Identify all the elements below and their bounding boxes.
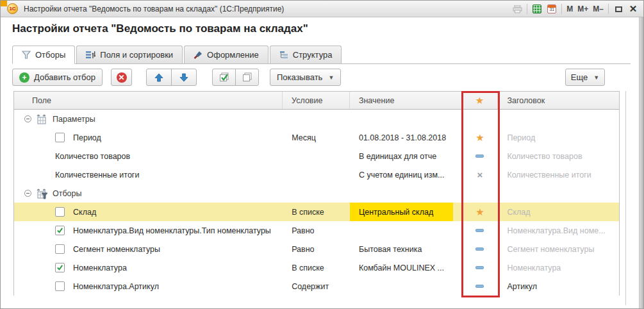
condition-cell[interactable]: Равно bbox=[283, 240, 350, 258]
title-cell[interactable]: Количество товаров bbox=[498, 147, 619, 165]
condition-cell[interactable] bbox=[283, 165, 350, 184]
move-up-button[interactable] bbox=[146, 69, 172, 86]
field-cell[interactable]: Количественные итоги bbox=[14, 165, 283, 184]
table-row[interactable]: СкладВ спискеЦентральный склад★Склад bbox=[14, 203, 619, 221]
group-row[interactable]: Отборы bbox=[14, 184, 619, 203]
condition-cell[interactable]: В списке bbox=[283, 203, 350, 221]
table-row[interactable]: Количество товаровВ единицах для отчеКол… bbox=[14, 147, 619, 165]
checkbox-checked[interactable] bbox=[55, 226, 65, 235]
dash-flag-icon[interactable] bbox=[475, 247, 484, 251]
memory-button[interactable]: M bbox=[566, 4, 573, 13]
flag-cell[interactable]: ★ bbox=[462, 128, 499, 147]
title-cell[interactable] bbox=[498, 184, 619, 203]
value-cell[interactable]: 01.08.2018 - 31.08.2018 bbox=[350, 128, 462, 147]
column-header-flag[interactable]: ★ bbox=[462, 92, 499, 109]
tab-polya-i-sortirovki[interactable]: Поля и сортировки bbox=[76, 46, 183, 63]
value-cell[interactable]: Центральный склад bbox=[350, 203, 462, 221]
condition-cell[interactable]: Содержит bbox=[283, 277, 350, 296]
flag-cell[interactable] bbox=[462, 258, 499, 277]
value-cell[interactable] bbox=[350, 110, 462, 128]
tab-otbory[interactable]: Отборы bbox=[12, 46, 75, 64]
flag-cell[interactable] bbox=[462, 147, 499, 165]
value-cell[interactable] bbox=[350, 221, 462, 240]
value-cell[interactable]: Комбайн MOULINEX ... bbox=[350, 258, 462, 277]
title-cell[interactable] bbox=[498, 110, 619, 128]
condition-cell[interactable] bbox=[283, 110, 350, 128]
add-filter-button[interactable]: + Добавить отбор bbox=[12, 69, 103, 86]
dash-flag-icon[interactable] bbox=[475, 285, 484, 288]
memory-plus-button[interactable]: M+ bbox=[577, 4, 588, 13]
memory-minus-button[interactable]: M– bbox=[593, 4, 604, 13]
column-header-title[interactable]: Заголовок bbox=[498, 92, 619, 109]
table-row[interactable]: ПериодМесяц01.08.2018 - 31.08.2018★Перио… bbox=[14, 128, 619, 147]
flag-cell[interactable]: ★ bbox=[462, 203, 499, 221]
value-cell[interactable] bbox=[350, 184, 462, 203]
printer-icon[interactable] bbox=[512, 4, 522, 14]
title-cell[interactable]: Номенклатура.Вид номе... bbox=[498, 221, 619, 240]
value-cell[interactable]: Бытовая техника bbox=[350, 240, 462, 258]
tab-oformlenie[interactable]: Оформление bbox=[184, 46, 268, 63]
title-cell[interactable]: Номенклатура bbox=[498, 258, 619, 277]
title-cell[interactable]: Сегмент номенклатуры bbox=[498, 240, 619, 258]
collapse-icon[interactable] bbox=[24, 190, 31, 197]
table-row[interactable]: Количественные итогиС учетом единиц изм.… bbox=[14, 165, 619, 184]
value-cell[interactable]: В единицах для отче bbox=[350, 147, 462, 165]
uncheck-all-button[interactable] bbox=[235, 69, 259, 86]
column-header-condition[interactable]: Условие bbox=[283, 92, 350, 109]
title-cell[interactable]: Артикул bbox=[498, 277, 619, 296]
field-cell[interactable]: Параметры bbox=[14, 110, 283, 128]
checkbox-unchecked[interactable] bbox=[55, 244, 65, 254]
close-button[interactable]: ✕ bbox=[628, 3, 638, 15]
dash-flag-icon[interactable] bbox=[475, 154, 484, 158]
condition-cell[interactable]: В списке bbox=[283, 258, 350, 277]
condition-cell[interactable] bbox=[283, 184, 350, 203]
value-cell[interactable]: С учетом единиц изм... bbox=[350, 165, 462, 184]
tab-struktura[interactable]: Структура bbox=[270, 46, 342, 63]
flag-cell[interactable] bbox=[462, 184, 499, 203]
field-cell[interactable]: Период bbox=[14, 128, 283, 147]
field-cell[interactable]: Склад bbox=[14, 203, 283, 221]
value-cell[interactable] bbox=[350, 277, 462, 296]
star-flag-icon[interactable]: ★ bbox=[475, 132, 484, 144]
column-header-field[interactable]: Поле bbox=[14, 92, 283, 109]
title-cell[interactable]: Склад bbox=[498, 203, 619, 221]
flag-cell[interactable]: × bbox=[462, 165, 499, 184]
field-cell[interactable]: Сегмент номенклатуры bbox=[14, 240, 283, 258]
checkbox-unchecked[interactable] bbox=[55, 133, 65, 142]
more-button[interactable]: Еще ▼ bbox=[565, 69, 605, 86]
show-dropdown-button[interactable]: Показывать ▼ bbox=[270, 69, 341, 86]
flag-cell[interactable] bbox=[462, 277, 499, 296]
group-row[interactable]: Параметры bbox=[14, 110, 619, 128]
cross-flag-icon[interactable]: × bbox=[477, 169, 483, 180]
table-row[interactable]: Номенклатура.Вид номенклатуры.Тип номенк… bbox=[14, 221, 619, 240]
star-flag-icon[interactable]: ★ bbox=[475, 206, 484, 218]
flag-cell[interactable] bbox=[462, 240, 499, 258]
calculator-icon[interactable] bbox=[532, 4, 542, 14]
check-all-button[interactable] bbox=[212, 69, 236, 86]
table-row[interactable]: Номенклатура.АртикулСодержитАртикул bbox=[14, 277, 619, 296]
column-header-value[interactable]: Значение bbox=[350, 92, 462, 109]
field-cell[interactable]: Номенклатура.Вид номенклатуры.Тип номенк… bbox=[14, 221, 283, 240]
title-cell[interactable]: Период bbox=[498, 128, 619, 147]
move-down-button[interactable] bbox=[171, 69, 197, 86]
dash-flag-icon[interactable] bbox=[475, 229, 484, 232]
calendar-icon[interactable]: 31 bbox=[547, 4, 557, 14]
field-cell[interactable]: Отборы bbox=[14, 184, 283, 203]
field-cell[interactable]: Номенклатура.Артикул bbox=[14, 277, 283, 296]
delete-button[interactable]: ✕ bbox=[111, 69, 132, 86]
dash-flag-icon[interactable] bbox=[475, 266, 484, 269]
table-row[interactable]: Сегмент номенклатурыРавноБытовая техника… bbox=[14, 240, 619, 258]
condition-cell[interactable]: Равно bbox=[283, 221, 350, 240]
checkbox-unchecked[interactable] bbox=[55, 281, 65, 291]
table-row[interactable]: НоменклатураВ спискеКомбайн MOULINEX ...… bbox=[14, 258, 619, 277]
field-cell[interactable]: Количество товаров bbox=[14, 147, 283, 165]
checkbox-checked[interactable] bbox=[55, 263, 65, 272]
flag-cell[interactable] bbox=[462, 110, 499, 128]
field-cell[interactable]: Номенклатура bbox=[14, 258, 283, 277]
title-cell[interactable]: Количественные итоги bbox=[498, 165, 619, 184]
maximize-button[interactable] bbox=[613, 4, 623, 14]
condition-cell[interactable]: Месяц bbox=[283, 128, 350, 147]
condition-cell[interactable] bbox=[283, 147, 350, 165]
flag-cell[interactable] bbox=[462, 221, 499, 240]
collapse-icon[interactable] bbox=[24, 115, 31, 122]
